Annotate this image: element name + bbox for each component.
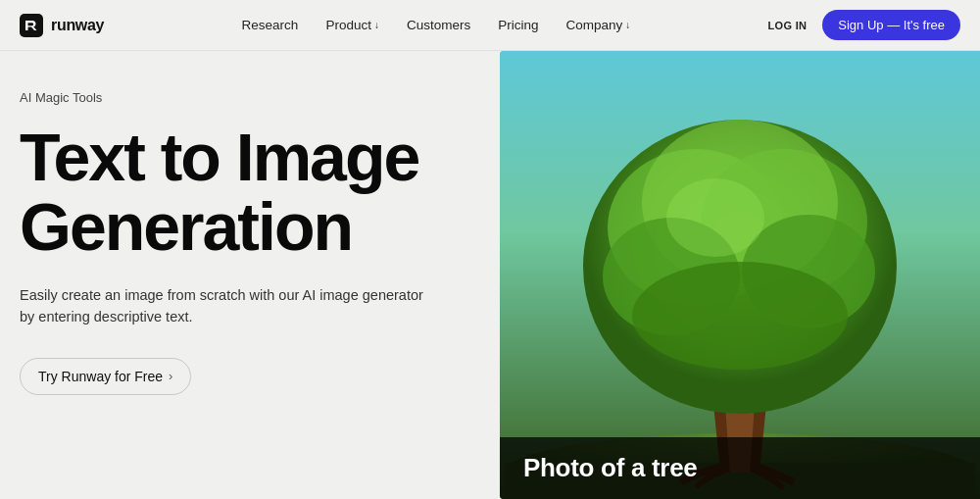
try-runway-button[interactable]: Try Runway for Free › xyxy=(20,358,191,395)
arrow-right-icon: › xyxy=(169,369,172,383)
breadcrumb: AI Magic Tools xyxy=(20,90,500,105)
svg-point-11 xyxy=(666,178,764,257)
nav-product[interactable]: Product ↓ xyxy=(325,18,379,32)
tree-illustration xyxy=(500,51,980,499)
tree-image-container xyxy=(500,51,980,499)
svg-point-10 xyxy=(632,262,848,370)
main-title: Text to Image Generation xyxy=(20,123,500,263)
login-button[interactable]: LOG IN xyxy=(768,20,808,31)
svg-rect-0 xyxy=(20,14,43,37)
nav-customers[interactable]: Customers xyxy=(407,18,470,32)
company-chevron-icon: ↓ xyxy=(625,20,630,30)
runway-logo-icon xyxy=(20,14,43,37)
signup-button[interactable]: Sign Up — It's free xyxy=(822,10,960,40)
product-chevron-icon: ↓ xyxy=(374,20,379,30)
nav-company[interactable]: Company ↓ xyxy=(565,18,630,32)
nav-research[interactable]: Research xyxy=(242,18,299,32)
hero-description: Easily create an image from scratch with… xyxy=(20,284,441,328)
main-nav: Research Product ↓ Customers Pricing Com… xyxy=(242,18,631,32)
main-content: AI Magic Tools Text to Image Generation … xyxy=(0,51,980,499)
hero-image: Photo of a tree xyxy=(500,51,980,499)
nav-pricing[interactable]: Pricing xyxy=(498,18,538,32)
logo-text: runway xyxy=(51,17,104,34)
logo[interactable]: runway xyxy=(20,14,104,37)
image-caption: Photo of a tree xyxy=(500,437,980,499)
site-header: runway Research Product ↓ Customers Pric… xyxy=(0,0,980,51)
header-actions: LOG IN Sign Up — It's free xyxy=(768,10,960,40)
hero-left: AI Magic Tools Text to Image Generation … xyxy=(20,80,500,499)
